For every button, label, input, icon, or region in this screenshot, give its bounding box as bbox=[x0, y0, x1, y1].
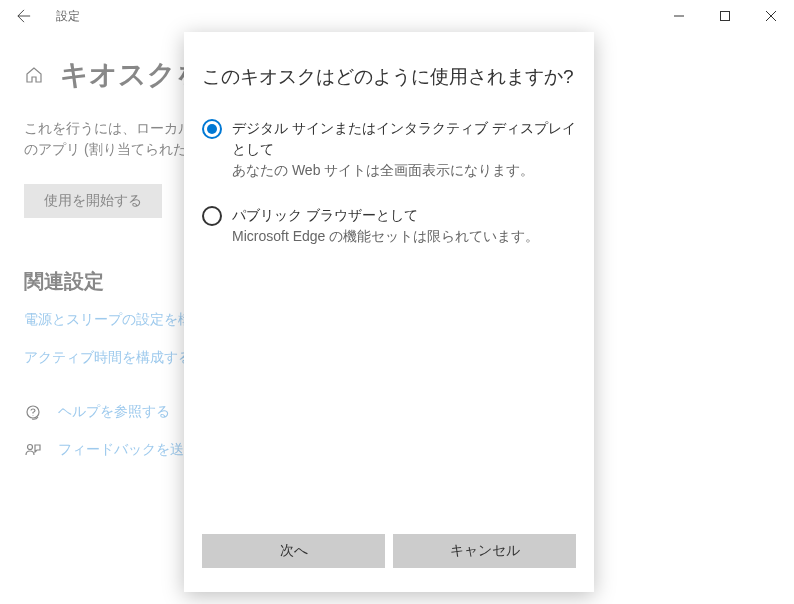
radio-label: パブリック ブラウザーとして bbox=[232, 205, 539, 226]
radio-text-group: パブリック ブラウザーとして Microsoft Edge の機能セットは限られ… bbox=[232, 205, 539, 247]
dialog-button-row: 次へ キャンセル bbox=[184, 534, 594, 592]
radio-text-group: デジタル サインまたはインタラクティブ ディスプレイとして あなたの Web サ… bbox=[232, 118, 576, 181]
svg-point-2 bbox=[28, 445, 33, 450]
help-icon bbox=[24, 403, 42, 421]
dialog-title: このキオスクはどのように使用されますか? bbox=[202, 64, 576, 90]
close-icon bbox=[766, 11, 776, 21]
maximize-button[interactable] bbox=[702, 0, 748, 32]
home-icon bbox=[24, 65, 44, 85]
feedback-link[interactable]: フィードバックを送信 bbox=[58, 441, 198, 459]
next-button[interactable]: 次へ bbox=[202, 534, 385, 568]
radio-label: デジタル サインまたはインタラクティブ ディスプレイとして bbox=[232, 118, 576, 160]
window-controls bbox=[656, 0, 794, 32]
start-button[interactable]: 使用を開始する bbox=[24, 184, 162, 218]
titlebar: 設定 bbox=[0, 0, 794, 32]
back-button[interactable] bbox=[8, 0, 40, 32]
help-link[interactable]: ヘルプを参照する bbox=[58, 403, 170, 421]
svg-rect-0 bbox=[721, 12, 730, 21]
minimize-button[interactable] bbox=[656, 0, 702, 32]
cancel-button[interactable]: キャンセル bbox=[393, 534, 576, 568]
radio-button-selected bbox=[202, 119, 222, 139]
dialog-content: このキオスクはどのように使用されますか? デジタル サインまたはインタラクティブ… bbox=[184, 32, 594, 534]
window-title: 設定 bbox=[56, 8, 80, 25]
close-button[interactable] bbox=[748, 0, 794, 32]
radio-sublabel: あなたの Web サイトは全画面表示になります。 bbox=[232, 160, 576, 181]
minimize-icon bbox=[674, 11, 684, 21]
radio-button-unselected bbox=[202, 206, 222, 226]
maximize-icon bbox=[720, 11, 730, 21]
radio-sublabel: Microsoft Edge の機能セットは限られています。 bbox=[232, 226, 539, 247]
kiosk-mode-dialog: このキオスクはどのように使用されますか? デジタル サインまたはインタラクティブ… bbox=[184, 32, 594, 592]
radio-option-public-browser[interactable]: パブリック ブラウザーとして Microsoft Edge の機能セットは限られ… bbox=[202, 205, 576, 247]
radio-option-digital-sign[interactable]: デジタル サインまたはインタラクティブ ディスプレイとして あなたの Web サ… bbox=[202, 118, 576, 181]
feedback-icon bbox=[24, 441, 42, 459]
radio-dot-icon bbox=[207, 124, 217, 134]
back-arrow-icon bbox=[17, 9, 31, 23]
